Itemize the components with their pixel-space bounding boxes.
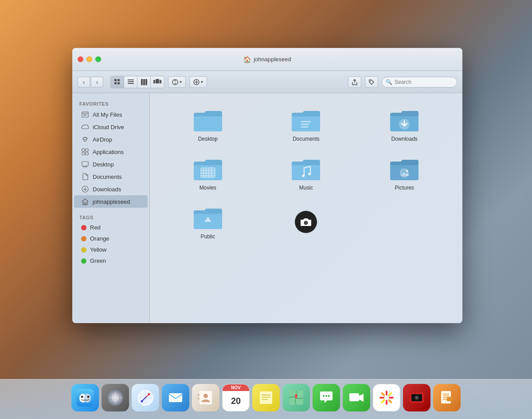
sidebar-item-downloads[interactable]: Downloads <box>74 183 148 195</box>
dock-item-messages[interactable] <box>313 384 340 411</box>
dock-item-facetime[interactable] <box>343 384 370 411</box>
file-item-public[interactable]: Public <box>159 200 257 244</box>
folder-icon-pictures <box>388 155 420 182</box>
svg-rect-3 <box>117 82 120 84</box>
tag-green-dot <box>81 258 86 264</box>
dock-item-photobooth[interactable] <box>403 384 430 411</box>
folder-icon-public <box>192 204 224 231</box>
tag-button[interactable] <box>365 76 378 88</box>
screenshot-camera-icon[interactable] <box>257 200 356 244</box>
sidebar-label-tag-yellow: Yellow <box>90 246 106 253</box>
svg-rect-2 <box>114 82 117 84</box>
svg-point-67 <box>203 394 208 398</box>
sidebar-label-tag-orange: Orange <box>90 235 109 242</box>
svg-rect-27 <box>82 162 88 166</box>
dock-item-launchpad[interactable] <box>102 384 129 411</box>
sidebar-item-all-my-files[interactable]: All My Files <box>74 108 148 121</box>
forward-button[interactable]: › <box>91 77 103 87</box>
column-view-button[interactable] <box>137 76 151 88</box>
file-item-pictures[interactable]: Pictures <box>355 151 454 195</box>
minimize-button[interactable] <box>86 56 92 62</box>
svg-rect-0 <box>114 79 117 81</box>
svg-point-62 <box>141 400 143 402</box>
file-item-movies[interactable]: Movies <box>159 151 257 195</box>
main-content: Favorites All My Files <box>72 93 462 323</box>
dock-item-safari[interactable] <box>132 384 159 411</box>
title-label: johnappleseed <box>254 56 291 63</box>
maximize-button[interactable] <box>95 56 101 62</box>
dock: NOV 20 <box>0 379 532 419</box>
sidebar-item-tag-red[interactable]: Red <box>74 222 148 233</box>
sidebar-label-icloud-drive: iCloud Drive <box>93 124 124 130</box>
file-item-downloads[interactable]: Downloads <box>355 102 454 146</box>
icon-view-button[interactable] <box>111 76 124 88</box>
list-view-button[interactable] <box>124 76 137 88</box>
sidebar-item-desktop[interactable]: Desktop <box>74 158 148 170</box>
coverflow-view-button[interactable] <box>151 76 164 88</box>
dock-item-finder[interactable] <box>71 384 99 411</box>
dock-item-notes[interactable] <box>252 384 280 411</box>
sidebar-item-tag-yellow[interactable]: Yellow <box>74 244 148 255</box>
svg-rect-23 <box>82 149 85 151</box>
dock-item-photos[interactable] <box>373 384 400 411</box>
dock-item-contacts[interactable] <box>192 384 219 411</box>
svg-rect-63 <box>169 393 182 402</box>
file-name-movies: Movies <box>200 185 216 191</box>
svg-point-45 <box>406 170 408 172</box>
home-icon: 🏠 <box>243 56 251 63</box>
all-my-files-icon <box>81 111 89 119</box>
sidebar-label-downloads: Downloads <box>93 186 121 193</box>
sidebar-item-applications[interactable]: Applications <box>74 146 148 158</box>
view-mode-buttons <box>110 76 164 88</box>
sidebar-item-tag-orange[interactable]: Orange <box>74 233 148 244</box>
dock-item-mail[interactable] <box>162 384 189 411</box>
svg-rect-90 <box>447 397 453 401</box>
svg-point-50 <box>84 394 91 403</box>
file-name-downloads: Downloads <box>391 136 417 142</box>
folder-icon-desktop <box>192 107 224 133</box>
applications-icon <box>81 148 89 156</box>
close-button[interactable] <box>78 56 83 62</box>
share-button[interactable] <box>348 76 361 88</box>
sidebar-label-tag-red: Red <box>90 224 101 231</box>
file-item-music[interactable]: Music <box>257 151 356 195</box>
svg-point-22 <box>84 139 86 142</box>
sidebar-item-documents[interactable]: Documents <box>74 170 148 183</box>
camera-circle <box>295 211 317 233</box>
back-button[interactable]: ‹ <box>78 77 90 87</box>
sidebar-item-airdrop[interactable]: AirDrop <box>74 133 148 146</box>
file-name-desktop: Desktop <box>198 136 218 142</box>
desktop-icon <box>81 160 89 168</box>
folder-icon-music <box>290 155 322 182</box>
svg-point-17 <box>370 80 371 81</box>
svg-rect-9 <box>145 79 147 85</box>
dock-item-maps[interactable] <box>282 384 310 411</box>
svg-point-43 <box>308 173 311 175</box>
file-item-desktop[interactable]: Desktop <box>159 102 257 146</box>
icloud-drive-icon <box>81 123 89 131</box>
svg-rect-24 <box>86 149 88 151</box>
dock-item-pages[interactable] <box>433 384 461 411</box>
sidebar-item-icloud-drive[interactable]: iCloud Drive <box>74 121 148 133</box>
svg-rect-32 <box>84 202 86 205</box>
airdrop-icon <box>81 135 89 143</box>
search-input[interactable] <box>395 79 453 85</box>
svg-point-61 <box>148 393 150 395</box>
sidebar-item-tag-green[interactable]: Green <box>74 255 148 266</box>
sidebar-item-johnappleseed[interactable]: johnappleseed <box>74 195 148 208</box>
search-bar[interactable]: 🔍 <box>382 77 457 87</box>
tags-section-title: Tags <box>72 212 149 222</box>
action-button[interactable]: ▾ <box>189 76 207 88</box>
svg-point-84 <box>416 397 417 398</box>
svg-rect-11 <box>153 80 155 83</box>
traffic-lights <box>78 56 101 62</box>
toolbar: ‹ › <box>72 71 462 93</box>
dock-item-calendar[interactable]: NOV 20 <box>222 384 250 411</box>
file-name-documents: Documents <box>293 136 320 142</box>
arrange-button[interactable]: ▾ <box>168 76 186 88</box>
tag-orange-dot <box>81 236 86 241</box>
folder-icon-documents <box>290 107 322 133</box>
svg-rect-12 <box>160 80 161 83</box>
file-item-documents[interactable]: Documents <box>257 102 356 146</box>
svg-rect-8 <box>143 79 145 85</box>
